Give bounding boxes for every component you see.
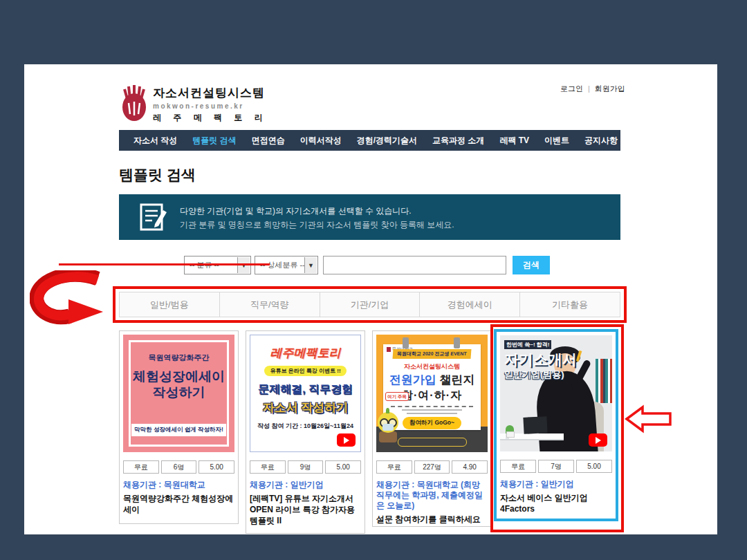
- template-card-3[interactable]: 목원대학교 목원대학교 2020 전교생 EVENT 자소서컨설팅시스템 전원가…: [372, 330, 492, 527]
- logo-subtitle: 레 주 메 팩 토 리: [153, 112, 268, 124]
- template-title[interactable]: 설문 참여하기를 클릭하세요: [376, 514, 488, 525]
- page-background: 자소서컨설팅시스템 mokwon-resume.kr 레 주 메 팩 토 리 로…: [0, 0, 747, 560]
- dashed-divider: [391, 406, 472, 407]
- template-title[interactable]: 목원역량강화주간 체험성장에세이: [123, 493, 234, 515]
- youtube-play-icon: [337, 433, 356, 447]
- nav-item-experience[interactable]: 경험/경력기술서: [349, 135, 425, 147]
- thumb3-footer-pill: [398, 438, 467, 447]
- thumb2-event-pill: 유튜브 온라인 특강 이벤트 !!: [264, 366, 346, 376]
- thumb3-cta-pill: 참여하기 GoGo~: [403, 417, 461, 429]
- template-card-2[interactable]: 레주메팩토리 유튜브 온라인 특강 이벤트 !! 문제해결, 직무경험 자소서 …: [246, 330, 365, 534]
- tab-other-use[interactable]: 기타활용: [520, 292, 620, 317]
- search-input[interactable]: [323, 256, 506, 274]
- annotation-curved-arrow-icon: [30, 270, 111, 327]
- thumb3-attention-bubble: 여기 주목: [385, 392, 409, 401]
- thumb1-top-text: 목원역량강화주간: [123, 353, 234, 363]
- compose-icon: [140, 203, 167, 231]
- applicant-count-badge: 6명: [161, 460, 197, 474]
- logo-block[interactable]: 자소서컨설팅시스템 mokwon-resume.kr 레 주 메 팩 토 리: [153, 85, 268, 124]
- main-navbar: 자소서 작성 템플릿 검색 면접연습 이력서작성 경험/경력기술서 교육과정 소…: [119, 130, 620, 151]
- category-select[interactable]: -- 분류 -- ▼: [184, 256, 251, 274]
- rating-badge: 4.90: [452, 460, 488, 474]
- category-select-value: -- 분류 --: [190, 260, 219, 270]
- badge-row: 무료 227명 4.90: [376, 460, 488, 474]
- nav-item-curriculum[interactable]: 교육과정 소개: [425, 135, 492, 147]
- tab-organization[interactable]: 기관/기업: [320, 292, 421, 317]
- fine-print-line: [402, 409, 462, 411]
- badge-row: 무료 9명 5.00: [250, 460, 361, 474]
- nav-item-repack-tv[interactable]: 레팩 TV: [492, 135, 537, 147]
- thumb1-main-text: 체험성장에세이 작성하기: [123, 368, 234, 400]
- logo-icon: [119, 85, 149, 122]
- thumb4-tagline: 한번에 쓱~! 합격!: [504, 340, 551, 349]
- thumb3-ribbon: 목원대학교 2020 전교생 EVENT: [393, 349, 472, 359]
- recruiting-org: 채용기관 : 일반기업: [500, 479, 612, 489]
- login-link[interactable]: 로그인: [560, 84, 583, 93]
- nav-item-interview-practice[interactable]: 면접연습: [244, 135, 293, 147]
- nav-item-notice[interactable]: 공지사항: [577, 135, 625, 147]
- price-badge: 무료: [500, 460, 536, 473]
- banner-text: 다양한 기관(기업 및 학교)의 자기소개서를 선택할 수 있습니다. 기관 분…: [180, 204, 454, 232]
- info-banner: 다양한 기관(기업 및 학교)의 자기소개서를 선택할 수 있습니다. 기관 분…: [119, 194, 620, 240]
- thumb3-line2-dark: 챌린지: [436, 373, 475, 386]
- price-badge: 무료: [123, 460, 159, 474]
- template-thumbnail-4: 한번에 쓱~! 합격! 자기소개서 일반기업(범용): [500, 335, 612, 451]
- thumb2-line1: 문제해결, 직무경험: [250, 382, 360, 397]
- category-tabbar: 일반/범용 직무/역량 기관/기업 경험에세이 기타활용: [119, 292, 620, 317]
- template-thumbnail-3: 목원대학교 목원대학교 2020 전교생 EVENT 자소서컨설팅시스템 전원가…: [376, 335, 488, 452]
- rating-badge: 5.00: [576, 460, 612, 473]
- subcategory-select-value: -- 상세분류 --: [260, 260, 305, 270]
- laptop-graphic: [523, 416, 547, 434]
- annotation-arrow-icon: [625, 404, 673, 433]
- price-badge: 무료: [250, 460, 286, 474]
- mascot-character: [378, 412, 398, 442]
- univ-mark-icon: [387, 347, 391, 352]
- auth-links: 로그인|회원가입: [560, 84, 625, 94]
- search-button[interactable]: 검색: [513, 256, 550, 274]
- thumb4-sub-text: 일반기업(범용): [504, 368, 564, 381]
- page-title: 템플릿 검색: [119, 165, 196, 185]
- badge-row: 무료 7명 5.00: [500, 460, 612, 473]
- chevron-down-icon: ▼: [237, 257, 250, 273]
- applicant-count-badge: 227명: [414, 460, 450, 474]
- thumb1-main-line2: 작성하기: [123, 384, 234, 400]
- youtube-play-icon: [589, 433, 607, 447]
- badge-row: 무료 6명 5.00: [123, 460, 234, 474]
- content-panel: 자소서컨설팅시스템 mokwon-resume.kr 레 주 메 팩 토 리 로…: [24, 64, 717, 534]
- tab-job-competency[interactable]: 직무/역량: [220, 292, 320, 317]
- signup-link[interactable]: 회원가입: [595, 84, 625, 93]
- tab-experience-essay[interactable]: 경험에세이: [420, 292, 520, 317]
- applicant-count-badge: 7명: [538, 460, 574, 473]
- recruiting-org: 채용기관 : 목원대학교 (희망직무에는 학과명, 제출예정일은 오늘로): [376, 480, 488, 511]
- auth-divider: |: [588, 84, 590, 93]
- rating-badge: 5.00: [325, 460, 361, 474]
- template-card-4-highlighted[interactable]: 한번에 쓱~! 합격! 자기소개서 일반기업(범용) 무료 7명 5.00 채용…: [494, 329, 618, 521]
- clip-icon: [454, 337, 460, 348]
- template-title[interactable]: 자소서 베이스 일반기업 4Factors: [500, 492, 612, 514]
- thumb1-bottom-text: 막막한 성장에세이 쉽게 작성하자!: [131, 424, 226, 436]
- bookshelf-graphic: [596, 359, 612, 403]
- banner-line-1: 다양한 기관(기업 및 학교)의 자기소개서를 선택할 수 있습니다.: [180, 204, 454, 218]
- clip-icon: [403, 337, 409, 348]
- recruiting-org: 채용기관 : 일반기업: [250, 480, 361, 490]
- logo-domain: mokwon-resume.kr: [153, 102, 268, 110]
- plant-pot-graphic: [506, 431, 515, 438]
- nav-item-template-search[interactable]: 템플릿 검색: [185, 135, 243, 147]
- thumb2-period: 작성 참여 기간 : 10월26일~11월24: [250, 422, 360, 431]
- nav-item-resume-write[interactable]: 자소서 작성: [126, 135, 185, 147]
- template-title[interactable]: [레팩TV] 유튜브 자기소개서 OPEN 라이브 특강 참가자용 템플릿 II: [250, 493, 361, 526]
- applicant-count-badge: 9명: [288, 460, 324, 474]
- template-card-1[interactable]: 목원역량강화주간 체험성장에세이 작성하기 막막한 성장에세이 쉽게 작성하자!…: [119, 330, 239, 524]
- price-badge: 무료: [376, 460, 412, 474]
- thumb3-line2-blue: 전원가입: [389, 373, 436, 386]
- tab-general[interactable]: 일반/범용: [120, 292, 220, 317]
- nav-item-cv-write[interactable]: 이력서작성: [293, 135, 349, 147]
- thumb4-main-text: 자기소개서: [504, 350, 577, 369]
- subcategory-select[interactable]: -- 상세분류 -- ▼: [255, 256, 318, 274]
- template-thumbnail-1: 목원역량강화주간 체험성장에세이 작성하기 막막한 성장에세이 쉽게 작성하자!: [123, 335, 234, 452]
- nav-item-event[interactable]: 이벤트: [537, 135, 577, 147]
- banner-line-2: 기관 분류 및 명칭으로 희망하는 기관의 자소서 템플릿 찾아 등록해 보세요…: [180, 218, 454, 232]
- rating-badge: 5.00: [199, 460, 234, 474]
- fine-print-line: [407, 413, 457, 414]
- logo-title: 자소서컨설팅시스템: [153, 85, 268, 101]
